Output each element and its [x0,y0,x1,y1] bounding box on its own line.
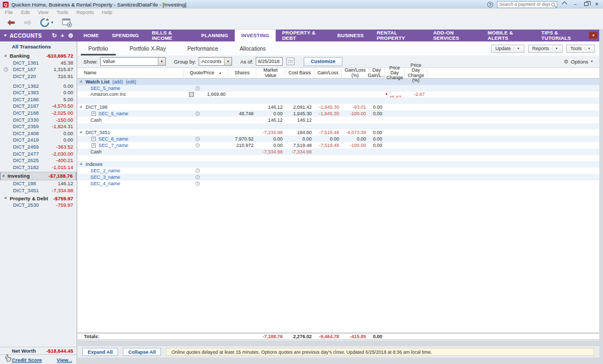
tab-rental-property[interactable]: RENTAL PROPERTY [370,30,427,41]
sidebar-item-dict-198[interactable]: DICT_198146.12 [0,180,76,187]
sidebar-item-dict-1381[interactable]: DICT_138145.38 [0,59,76,66]
table-row-cash[interactable]: Cash146.12146.12 [78,117,599,123]
menu-view[interactable]: View [38,10,48,15]
column-header-market-value[interactable]: Market Value [256,68,285,78]
security-link[interactable]: SEC_2_name [90,168,120,173]
menu-tools[interactable]: Tools [57,10,68,15]
watchlist-edit-link[interactable]: (edit) [125,79,136,85]
column-header-cost-basis[interactable]: Cost Basis [285,68,314,78]
button-update[interactable]: Update▼ [491,45,524,53]
table-row-sec-2-name[interactable]: SEC_2_name [78,167,599,174]
subtab-allocations[interactable]: Allocations [240,41,265,55]
column-header-price-day-change[interactable]: Price Day Change [385,68,405,78]
button-tools[interactable]: Tools▼ [566,45,595,53]
collapse-triangle-icon[interactable] [79,80,83,83]
button-reports[interactable]: Reports▼ [528,45,563,53]
collapse-toolbar-button[interactable] [561,1,568,8]
tab-overflow-button[interactable]: ▼ [589,32,598,39]
sidebar-item-dict-1382[interactable]: DICT_13820.00 [0,82,76,89]
security-link[interactable]: SEC_7_name [99,143,128,148]
table-row-dict-198[interactable]: DICT_198146.122,091.42-1,945.30-93.010.0… [78,104,599,110]
tab-add-on-services[interactable]: ADD-ON SERVICES [426,30,481,41]
collapse-triangle-icon[interactable] [79,131,83,135]
refresh-accounts-icon[interactable]: ↻ [52,32,57,39]
table-row-indexes[interactable]: Indexes [78,161,599,167]
table-row-watch-list[interactable]: Watch List(add)(edit) [78,79,599,85]
security-link[interactable]: SEC_6_name [99,136,128,142]
tab-property-debt[interactable]: PROPERTY & DEBT [276,30,331,41]
column-header-gain-loss[interactable]: Gain/Loss (%) [342,68,369,78]
security-link[interactable]: SEC_5_name [90,86,120,91]
expand-all-button[interactable]: Expand All [82,348,118,356]
sidebar-item-dict-2359[interactable]: DICT_2359-1,824.31 [0,123,76,130]
menu-help[interactable]: Help [102,10,112,15]
sidebar-item-dict-3182[interactable]: DICT_3182-1,015.14 [0,164,76,171]
security-link[interactable]: SEC_5_name [99,111,128,116]
search-icon[interactable] [551,3,555,6]
register-view-icon[interactable] [61,18,72,27]
global-search[interactable] [497,1,557,8]
chevron-down-icon[interactable]: ▼ [224,58,232,65]
search-input[interactable] [499,2,550,7]
accounts-settings-gear-icon[interactable]: ⚙ [68,32,73,39]
tab-investing[interactable]: INVESTING [235,30,276,41]
column-header-name[interactable]: Name [78,68,184,78]
credit-score-link[interactable]: Credit Score [12,357,42,364]
security-link[interactable]: SEC_3_name [90,174,120,180]
subtab-portfolio[interactable]: Portfolio [88,41,108,55]
table-row-amazon-com-inc[interactable]: Amazon.com Inc1,669.80▼- 45.87-2.67 [78,92,599,98]
collapse-accounts-icon[interactable] [4,34,7,37]
column-header-day-gain-l[interactable]: Day Gain/L... [369,68,385,78]
sidebar-item-dict-2188[interactable]: DICT_2188-2,025.00 [0,109,76,116]
sidebar-item-all-transactions[interactable]: All Transactions [0,41,76,51]
table-row-cash[interactable]: Cash-7,334.88-7,334.88 [78,149,599,155]
expand-plus-icon[interactable]: + [92,143,96,148]
expand-plus-icon[interactable]: + [92,111,96,116]
expand-plus-icon[interactable]: + [92,137,96,141]
column-header-price-day-change[interactable]: Price Day Change (%) [405,68,427,78]
menu-edit[interactable]: Edit [21,10,30,15]
tab-bills-income[interactable]: BILLS & INCOME [145,30,195,41]
tab-planning[interactable]: PLANNING [195,30,235,41]
sidebar-item-dict-2419[interactable]: DICT_24190.00 [0,137,76,144]
sidebar-item-dict-2530[interactable]: DICT_2530-759.97 [0,202,76,209]
menu-file[interactable]: File [5,10,13,15]
restore-button[interactable] [583,1,590,8]
tab-mobile-alerts[interactable]: MOBILE & ALERTS [481,30,535,41]
column-header-shares[interactable]: Shares [228,68,256,78]
table-row-sec-5-name[interactable]: SEC_5_name [78,85,599,92]
tab-tips-tutorials[interactable]: TIPS & TUTORIALS [535,30,590,41]
update-dropdown-caret[interactable]: ▼ [51,21,54,24]
options-button[interactable]: ⚙ Options ▼ [564,59,593,65]
sidebar-item-dict-3451[interactable]: DICT_3451-7,334.88 [0,187,76,194]
sidebar-item-dict-2625[interactable]: DICT_2625-400.21 [0,157,76,164]
asof-date-input[interactable]: 6/25/2018 [256,57,283,66]
help-icon[interactable]: ? [487,2,493,8]
sidebar-item-dict-220[interactable]: DICT_220316.91 [0,73,76,80]
collapse-triangle-icon[interactable] [79,163,83,166]
column-header-quote-price[interactable]: Quote/Price▲ [184,68,228,78]
tab-business[interactable]: BUSINESS [331,30,370,41]
subtab-portfolio-x-ray[interactable]: Portfolio X-Ray [130,41,166,55]
table-row-sec-5-name[interactable]: +SEC_5_name48.7480.001,945.30-1,945.30-1… [78,110,599,117]
chevron-down-icon[interactable]: ▼ [158,58,165,65]
table-row-dict-3451[interactable]: DICT_3451-7,334.88184.60-7,519.48-4,073.… [78,129,599,136]
customize-button[interactable]: Customize [304,57,342,66]
one-step-update-button[interactable]: ▼ [40,18,54,27]
sidebar-group-investing[interactable]: Investing-$7,188.76 [0,172,76,180]
table-row-sec-6-name[interactable]: +SEC_6_name7,970.520.000.000.000.000.00 [78,136,599,142]
column-header-gain-loss[interactable]: Gain/Loss [314,68,342,78]
show-select[interactable]: Value ▼ [100,57,166,66]
table-row-sec-7-name[interactable]: +SEC_7_name210.9720.007,519.48-7,519.48-… [78,142,599,149]
sidebar-item-dict-2408[interactable]: DICT_24080.00 [0,130,76,137]
groupby-select[interactable]: Accounts ▼ [199,57,232,66]
credit-score-view-link[interactable]: View... [57,357,72,364]
calendar-icon[interactable] [286,58,295,65]
add-account-icon[interactable]: + [61,32,64,39]
sidebar-item-dict-2459[interactable]: DICT_2459-363.52 [0,143,76,150]
sidebar-item-dict-2477[interactable]: DICT_2477-2,030.00 [0,150,76,157]
security-link[interactable]: SEC_4_name [90,181,120,186]
sidebar-item-dict-2186[interactable]: DICT_21865.00 [0,96,76,103]
minimize-button[interactable]: – [572,1,579,8]
sidebar-group-banking[interactable]: Banking-$10,695.72 [0,52,76,59]
